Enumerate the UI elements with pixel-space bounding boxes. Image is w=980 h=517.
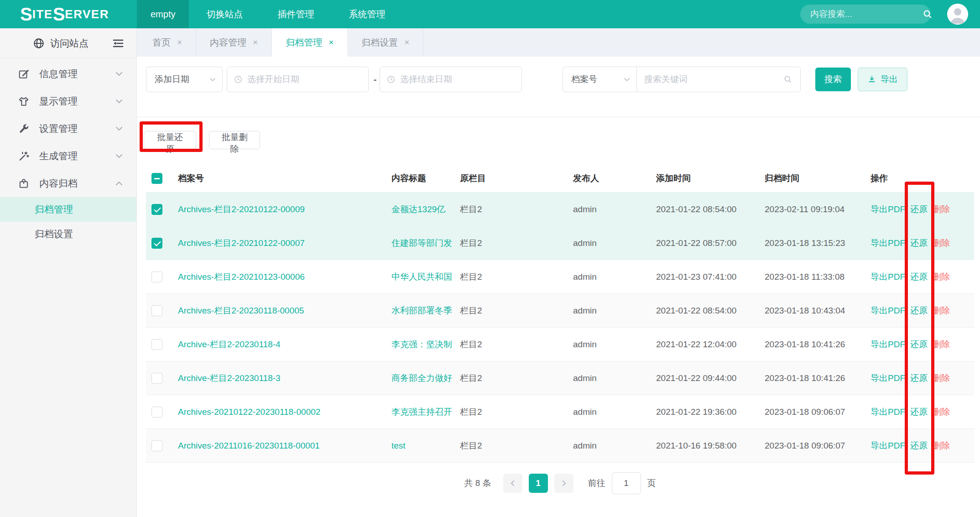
tab-home[interactable]: 首页× [139, 28, 196, 57]
archive-number-link[interactable]: Archives-栏目2-20210122-00007 [178, 238, 305, 248]
row-checkbox[interactable] [151, 339, 162, 350]
content-search-input[interactable] [810, 9, 922, 19]
collapse-sidebar-icon[interactable] [112, 38, 125, 49]
chevron-down-icon [115, 99, 123, 104]
restore-link[interactable]: 还原 [910, 271, 928, 283]
row-checkbox[interactable] [151, 440, 162, 451]
export-pdf-link[interactable]: 导出PDF [871, 406, 905, 418]
row-checkbox[interactable] [151, 204, 162, 215]
content-search-box[interactable] [800, 5, 931, 24]
restore-link[interactable]: 还原 [910, 339, 928, 350]
search-button[interactable]: 搜索 [815, 68, 851, 91]
delete-link[interactable]: 删除 [933, 406, 950, 418]
delete-link[interactable]: 删除 [933, 204, 950, 215]
delete-link[interactable]: 删除 [933, 271, 950, 283]
sidebar-item-info-management[interactable]: 信息管理 [0, 60, 136, 88]
page-number-button[interactable]: 1 [529, 474, 548, 493]
archive-number-link[interactable]: Archives-20210122-20230118-00002 [178, 407, 320, 417]
delete-link[interactable]: 删除 [933, 339, 950, 350]
restore-link[interactable]: 还原 [910, 204, 928, 215]
search-icon[interactable] [922, 9, 933, 20]
archive-number-link[interactable]: Archive-栏目2-20230118-4 [178, 339, 281, 349]
content-title-link[interactable]: 李克强：坚决制 [391, 339, 452, 349]
tab-archive-management[interactable]: 归档管理× [272, 28, 348, 57]
close-icon[interactable]: × [177, 37, 182, 47]
restore-link[interactable]: 还原 [910, 305, 928, 317]
content-title-link[interactable]: 金额达1329亿 [391, 204, 445, 214]
nav-item-site[interactable]: empty [137, 0, 189, 28]
export-pdf-link[interactable]: 导出PDF [871, 204, 905, 215]
archive-number-link[interactable]: Archives-栏目2-20210123-00006 [178, 272, 305, 282]
archived-time-cell: 2023-02-11 09:19:04 [761, 204, 867, 214]
keyword-input[interactable] [644, 74, 783, 84]
added-time-cell: 2021-01-22 19:36:00 [652, 407, 761, 417]
content-title-link[interactable]: 李克强主持召开 [391, 407, 452, 417]
content-title-link[interactable]: 中华人民共和国 [391, 272, 452, 282]
row-checkbox[interactable] [151, 238, 162, 249]
added-time-cell: 2021-01-22 09:44:00 [652, 373, 761, 383]
row-checkbox[interactable] [151, 272, 162, 282]
nav-item-plugins[interactable]: 插件管理 [260, 0, 331, 28]
sidebar-item-settings-management[interactable]: 设置管理 [0, 115, 136, 142]
added-time-cell: 2021-10-16 19:58:00 [652, 441, 761, 451]
restore-link[interactable]: 还原 [910, 237, 928, 249]
sidebar-item-content-archive[interactable]: 内容归档 [0, 170, 136, 197]
row-checkbox[interactable] [151, 373, 162, 384]
search-field-select[interactable]: 档案号 [563, 67, 637, 92]
delete-link[interactable]: 删除 [933, 372, 950, 384]
row-checkbox[interactable] [151, 407, 162, 418]
content-title-link[interactable]: test [391, 441, 406, 450]
row-checkbox[interactable] [151, 305, 162, 316]
end-date-input[interactable]: 选择结束日期 [380, 67, 522, 92]
archive-number-link[interactable]: Archives-20211016-20230118-00001 [178, 441, 320, 450]
export-pdf-link[interactable]: 导出PDF [871, 237, 905, 249]
sidebar-subitem-archive-settings[interactable]: 归档设置 [0, 222, 136, 246]
batch-restore-button[interactable]: 批量还原 [144, 131, 196, 149]
visit-site-row[interactable]: 访问站点 [0, 28, 136, 58]
content-title-link[interactable]: 住建部等部门发 [391, 238, 452, 248]
sidebar-item-display-management[interactable]: 显示管理 [0, 88, 136, 115]
start-date-input[interactable]: 选择开始日期 [227, 67, 369, 92]
date-type-select[interactable]: 添加日期 [146, 67, 223, 92]
select-all-checkbox[interactable] [151, 173, 162, 184]
archived-time-cell: 2023-01-18 09:06:07 [761, 407, 867, 417]
export-pdf-link[interactable]: 导出PDF [871, 372, 905, 384]
archived-time-cell: 2023-01-18 10:43:04 [761, 306, 867, 316]
goto-page-label: 前往 [588, 477, 605, 489]
archive-number-link[interactable]: Archives-栏目2-20230118-00005 [178, 306, 304, 315]
close-icon[interactable]: × [328, 37, 334, 47]
archive-number-link[interactable]: Archives-栏目2-20210122-00009 [178, 204, 305, 214]
export-pdf-link[interactable]: 导出PDF [871, 339, 905, 350]
nav-item-system[interactable]: 系统管理 [331, 0, 402, 28]
delete-link[interactable]: 删除 [933, 440, 950, 452]
nav-item-switch-site[interactable]: 切换站点 [189, 0, 260, 28]
tab-archive-settings[interactable]: 归档设置× [348, 28, 423, 57]
chevron-down-icon [209, 78, 216, 82]
next-page-button[interactable] [554, 474, 573, 493]
restore-link[interactable]: 还原 [910, 372, 928, 384]
header-actions: 操作 [867, 172, 974, 184]
delete-link[interactable]: 删除 [933, 237, 950, 249]
export-pdf-link[interactable]: 导出PDF [871, 305, 905, 317]
batch-delete-button[interactable]: 批量删除 [209, 131, 260, 149]
content-title-link[interactable]: 商务部全力做好 [391, 373, 452, 383]
added-time-cell: 2021-01-22 08:54:00 [652, 204, 761, 214]
sidebar-item-generate-management[interactable]: 生成管理 [0, 142, 136, 170]
export-pdf-link[interactable]: 导出PDF [871, 271, 905, 283]
sidebar-subitem-archive-management[interactable]: 归档管理 [0, 197, 136, 222]
pagination: 共 8 条 1 前往 页 [146, 472, 974, 494]
header-archive-number: 档案号 [174, 172, 388, 184]
export-button[interactable]: 导出 [858, 68, 907, 91]
delete-link[interactable]: 删除 [933, 305, 950, 317]
tab-content-management[interactable]: 内容管理× [196, 28, 272, 57]
close-icon[interactable]: × [404, 37, 409, 47]
restore-link[interactable]: 还原 [910, 406, 928, 418]
export-pdf-link[interactable]: 导出PDF [871, 440, 905, 452]
prev-page-button[interactable] [503, 474, 522, 493]
goto-page-input[interactable] [612, 472, 641, 494]
content-title-link[interactable]: 水利部部署冬季 [391, 306, 452, 315]
close-icon[interactable]: × [253, 37, 258, 47]
archive-number-link[interactable]: Archive-栏目2-20230118-3 [178, 373, 281, 383]
restore-link[interactable]: 还原 [910, 440, 928, 452]
user-avatar[interactable] [947, 4, 968, 25]
